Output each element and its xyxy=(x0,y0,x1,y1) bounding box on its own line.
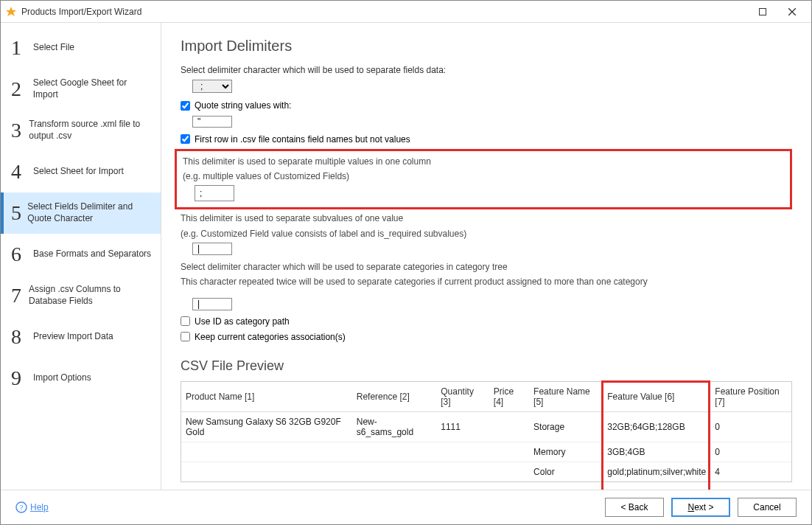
cell xyxy=(181,442,352,462)
cell xyxy=(436,462,489,482)
category-note-2: This character repeated twice will be us… xyxy=(181,276,792,288)
cancel-button[interactable]: Cancel xyxy=(738,498,797,517)
help-text: Help xyxy=(30,502,49,512)
step-label: Select Sheet for Import xyxy=(33,166,124,178)
window-buttons xyxy=(748,1,807,22)
step-label: Transform source .xml file to output .cs… xyxy=(29,119,153,142)
step-9[interactable]: 9 Import Options xyxy=(1,358,161,399)
cell xyxy=(181,462,352,482)
step-number: 7 xyxy=(11,284,27,307)
col-header[interactable]: Reference [2] xyxy=(352,382,436,412)
quote-checkbox[interactable] xyxy=(181,101,190,111)
step-7[interactable]: 7 Assign .csv Columns to Database Fields xyxy=(1,275,161,316)
table-header-row: Product Name [1] Reference [2] Quantity … xyxy=(181,382,791,412)
step-label: Preview Import Data xyxy=(33,331,113,343)
field-delimiter-select[interactable]: ; xyxy=(192,80,232,93)
wizard-window: Products Import/Export Wizard 1 Select F… xyxy=(0,0,812,525)
svg-rect-0 xyxy=(760,8,766,15)
subvalue-delimiter-input[interactable] xyxy=(192,243,232,255)
category-delimiter-input[interactable] xyxy=(192,298,232,310)
csv-preview-table: Product Name [1] Reference [2] Quantity … xyxy=(181,382,791,481)
step-4[interactable]: 4 Select Sheet for Import xyxy=(1,151,161,192)
csv-preview-table-wrap: Product Name [1] Reference [2] Quantity … xyxy=(181,381,792,482)
close-button[interactable] xyxy=(777,1,807,22)
window-title: Products Import/Export Wizard xyxy=(21,7,748,17)
step-label: Select File xyxy=(33,42,74,54)
table-row: New Samsung Galaxy S6 32GB G920F Gold Ne… xyxy=(181,412,791,442)
col-header[interactable]: Feature Position [7] xyxy=(710,382,791,412)
cell: New Samsung Galaxy S6 32GB G920F Gold xyxy=(181,412,352,442)
cell: 0 xyxy=(710,442,791,462)
app-icon xyxy=(5,6,17,18)
content-area: 1 Select File 2 Select Google Sheet for … xyxy=(1,23,811,490)
cell xyxy=(436,442,489,462)
step-label: Select Fields Delimiter and Quote Charac… xyxy=(27,201,153,224)
subvalue-note-1: This delimiter is used to separate subva… xyxy=(181,212,792,224)
use-id-checkbox[interactable] xyxy=(181,316,190,326)
cell: 4 xyxy=(710,462,791,482)
step-number: 2 xyxy=(11,77,32,101)
step-8[interactable]: 8 Preview Import Data xyxy=(1,316,161,358)
titlebar: Products Import/Export Wizard xyxy=(1,1,811,23)
step-1[interactable]: 1 Select File xyxy=(1,27,161,69)
col-header[interactable]: Feature Name [5] xyxy=(529,382,603,412)
cell: Memory xyxy=(529,442,603,462)
keep-assoc-checkbox[interactable] xyxy=(181,332,190,341)
step-number: 9 xyxy=(11,366,32,390)
col-header-feature-value[interactable]: Feature Value [6] xyxy=(603,382,710,412)
step-label: Select Google Sheet for Import xyxy=(33,77,153,100)
first-row-label: First row in .csv file contains field na… xyxy=(195,134,410,145)
back-button[interactable]: < Back xyxy=(605,498,664,517)
page-title: Import Delimiters xyxy=(181,38,792,55)
help-link[interactable]: ? Help xyxy=(15,501,49,513)
cell xyxy=(489,412,529,442)
delimiter-instruction: Select delimiter character which will be… xyxy=(181,65,792,75)
keep-assoc-label: Keep current categories association(s) xyxy=(195,332,346,342)
step-5[interactable]: 5 Select Fields Delimiter and Quote Char… xyxy=(1,192,161,234)
wizard-steps-sidebar: 1 Select File 2 Select Google Sheet for … xyxy=(1,23,161,490)
step-number: 3 xyxy=(11,119,27,142)
quote-label: Quote string values with: xyxy=(195,100,291,111)
cell: gold;platinum;silver;white xyxy=(603,462,710,482)
cell xyxy=(489,442,529,462)
step-number: 5 xyxy=(11,201,26,225)
first-row-checkbox[interactable] xyxy=(181,134,190,144)
cell: 3GB;4GB xyxy=(603,442,710,462)
multi-value-delimiter-input[interactable] xyxy=(195,185,234,201)
cell: 0 xyxy=(710,412,791,442)
step-label: Import Options xyxy=(33,372,91,384)
step-number: 4 xyxy=(11,160,32,184)
cell: Storage xyxy=(529,412,603,442)
main-panel: Import Delimiters Select delimiter chara… xyxy=(161,23,811,490)
col-header[interactable]: Product Name [1] xyxy=(181,382,352,412)
help-icon: ? xyxy=(15,501,27,513)
cell: 1111 xyxy=(436,412,489,442)
cell xyxy=(352,462,436,482)
cell: New-s6_sams_gold xyxy=(352,412,436,442)
col-header[interactable]: Price [4] xyxy=(489,382,529,412)
step-6[interactable]: 6 Base Formats and Separators xyxy=(1,234,161,275)
step-2[interactable]: 2 Select Google Sheet for Import xyxy=(1,69,161,110)
step-number: 6 xyxy=(11,243,32,266)
step-number: 1 xyxy=(11,36,32,60)
table-row: Memory 3GB;4GB 0 xyxy=(181,442,791,462)
quote-char-input[interactable] xyxy=(192,116,232,128)
step-label: Assign .csv Columns to Database Fields xyxy=(29,284,153,307)
maximize-button[interactable] xyxy=(748,1,777,22)
step-3[interactable]: 3 Transform source .xml file to output .… xyxy=(1,110,161,151)
multi-value-delimiter-highlight: This delimiter is used to separate multi… xyxy=(175,149,792,209)
cell: 32GB;64GB;128GB xyxy=(603,412,710,442)
next-button[interactable]: Next > xyxy=(671,498,730,517)
category-note-1: Select delimiter character which will be… xyxy=(181,261,792,273)
cell: Color xyxy=(529,462,603,482)
step-number: 8 xyxy=(11,325,32,349)
multi-value-note-2: (e.g. multiple values of Customized Fiel… xyxy=(183,170,784,182)
svg-text:?: ? xyxy=(20,503,24,512)
step-label: Base Formats and Separators xyxy=(33,248,151,260)
col-header[interactable]: Quantity [3] xyxy=(436,382,489,412)
table-row: Color gold;platinum;silver;white 4 xyxy=(181,462,791,482)
subvalue-note-2: (e.g. Customized Field value consists of… xyxy=(181,228,792,240)
wizard-footer: ? Help < Back Next > Cancel xyxy=(1,490,811,524)
use-id-label: Use ID as category path xyxy=(195,316,290,327)
multi-value-note-1: This delimiter is used to separate multi… xyxy=(183,156,784,167)
